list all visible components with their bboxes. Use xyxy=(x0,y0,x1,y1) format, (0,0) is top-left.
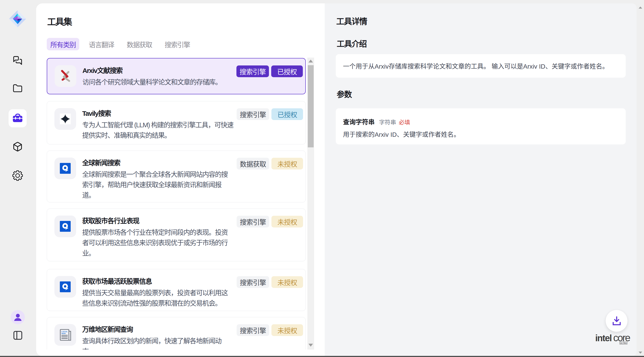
svg-text:NEW: NEW xyxy=(62,333,66,335)
